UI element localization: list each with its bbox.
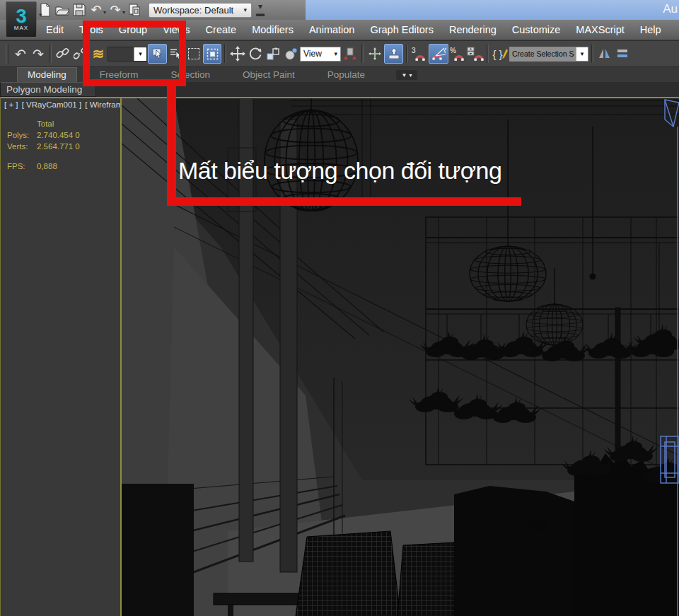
- tab-modeling[interactable]: Modeling: [17, 67, 77, 82]
- unlink-selection-icon[interactable]: [72, 44, 89, 64]
- viewport-label: [ + ] [ VRayCam001 ] [ Wireframe ]: [4, 100, 133, 109]
- application-menu-arrow-icon[interactable]: ▾: [39, 11, 42, 18]
- toolbar-separator: [224, 45, 226, 63]
- select-and-manipulate-icon[interactable]: [366, 44, 383, 64]
- percent-snap-toggle[interactable]: %: [449, 44, 466, 64]
- ribbon-minimize-icon[interactable]: ▼▾: [396, 70, 417, 80]
- viewport-statistics: Total Polys:2.740.454 0 Verts:2.564.771 …: [7, 118, 80, 172]
- menu-create[interactable]: Create: [198, 20, 245, 40]
- quick-access-toolbar: ↶ ▾ ↷ ▾ Workspace: Default ▾ ▾▬: [0, 0, 306, 20]
- reference-coordinate-dropdown[interactable]: View ▾: [300, 47, 341, 62]
- polys-value: 2.740.454 0: [37, 129, 80, 141]
- fps-value: 0,888: [37, 161, 57, 172]
- menu-maxscript[interactable]: MAXScript: [568, 20, 632, 40]
- selection-filter-dropdown[interactable]: ▾: [108, 47, 147, 62]
- toolbar-separator: [591, 45, 593, 63]
- ribbon-panel-row: Polygon Modeling: [0, 82, 679, 97]
- viewport-menu-camera[interactable]: [ VRayCam001 ]: [22, 100, 81, 109]
- select-and-place-icon[interactable]: [282, 44, 299, 64]
- ribbon-tab-bar: Modeling Freeform Selection Object Paint…: [0, 67, 679, 82]
- fps-label: FPS:: [7, 161, 37, 172]
- menu-modifiers[interactable]: Modifiers: [244, 20, 301, 40]
- project-folder-icon[interactable]: [126, 1, 143, 18]
- toolbar-separator: [361, 45, 364, 63]
- window-crossing-toggle[interactable]: [203, 44, 221, 64]
- snaps-toggle-3d-icon[interactable]: 3: [411, 44, 428, 64]
- viewport[interactable]: [ + ] [ VRayCam001 ] [ Wireframe ] Total…: [0, 97, 679, 616]
- svg-text:3: 3: [412, 47, 416, 54]
- toolbar-grip[interactable]: [6, 44, 8, 64]
- undo-dropdown-icon[interactable]: ▾: [103, 9, 106, 16]
- verts-value: 2.564.771 0: [37, 141, 80, 152]
- select-by-name-icon[interactable]: [168, 44, 185, 64]
- menu-customize[interactable]: Customize: [504, 20, 569, 40]
- redo-scene-icon[interactable]: ↷: [30, 44, 47, 64]
- chevron-down-icon: ▾: [334, 50, 337, 57]
- svg-text:%: %: [450, 47, 456, 54]
- application-menu-button[interactable]: 3 MAX: [6, 1, 37, 37]
- menu-rendering[interactable]: Rendering: [441, 20, 504, 40]
- rectangular-selection-region-icon[interactable]: [185, 44, 202, 64]
- 3dsmax-logo: 3: [16, 8, 26, 25]
- menu-edit[interactable]: Edit: [38, 20, 71, 40]
- tab-freeform[interactable]: Freeform: [90, 68, 149, 82]
- menu-animation[interactable]: Animation: [301, 20, 362, 40]
- tab-populate[interactable]: Populate: [318, 68, 375, 82]
- viewport-menu-general[interactable]: [ + ]: [4, 100, 18, 109]
- menu-bar: Edit Tools Group Views Create Modifiers …: [0, 20, 679, 40]
- save-file-icon[interactable]: [71, 1, 88, 18]
- mirror-icon[interactable]: [596, 44, 613, 64]
- select-and-link-icon[interactable]: [54, 44, 71, 64]
- select-and-move-icon[interactable]: [229, 44, 246, 64]
- named-selection-sets-value: Create Selection S: [510, 47, 576, 61]
- polys-label: Polys:: [7, 129, 37, 141]
- open-file-icon[interactable]: [54, 1, 71, 18]
- use-pivot-point-icon[interactable]: [342, 44, 359, 64]
- workspace-dropdown[interactable]: Workspace: Default ▾: [149, 3, 252, 18]
- edit-named-selection-sets-icon[interactable]: { }: [492, 44, 509, 64]
- viewport-canvas[interactable]: [122, 98, 679, 616]
- small-pendant-bulb: [590, 274, 596, 280]
- toolbar-separator: [487, 45, 489, 63]
- undo-scene-icon[interactable]: ↶: [12, 44, 29, 64]
- workspace-label: Workspace: Default: [153, 5, 233, 16]
- align-icon[interactable]: [614, 44, 631, 64]
- select-and-scale-icon[interactable]: [265, 44, 282, 64]
- toolbar-options-icon[interactable]: ▾▬: [256, 3, 265, 17]
- redo-icon[interactable]: ↷: [107, 1, 124, 18]
- keyboard-shortcut-override-toggle[interactable]: [384, 44, 403, 64]
- tab-object-paint[interactable]: Object Paint: [233, 68, 305, 82]
- tab-selection[interactable]: Selection: [161, 68, 221, 82]
- redo-dropdown-icon[interactable]: ▾: [122, 9, 125, 16]
- viewport-active-border-left: [0, 97, 1, 616]
- 3dsmax-window: Au ↶ ▾ ↷ ▾ Workspace: Default ▾ ▾▬ 3 MAX…: [0, 0, 679, 616]
- chevron-down-icon: ▾: [244, 6, 248, 13]
- viewport-split-border: [120, 97, 122, 616]
- angle-snap-toggle[interactable]: [429, 44, 448, 64]
- menu-views[interactable]: Views: [155, 20, 197, 40]
- select-and-rotate-icon[interactable]: [247, 44, 264, 64]
- main-toolbar: ↶ ↷ ≋ ▾: [0, 40, 679, 67]
- named-selection-sets-dropdown[interactable]: Create Selection S ▾: [509, 47, 588, 62]
- menu-graph-editors[interactable]: Graph Editors: [362, 20, 441, 40]
- menu-group[interactable]: Group: [111, 20, 155, 40]
- window-title: Au: [663, 2, 678, 16]
- menu-help[interactable]: Help: [632, 20, 669, 40]
- spinner-snap-toggle[interactable]: [467, 44, 484, 64]
- select-object-button[interactable]: [148, 44, 167, 64]
- reference-coordinate-value: View: [303, 49, 322, 59]
- undo-icon[interactable]: ↶: [88, 1, 105, 18]
- menu-tools[interactable]: Tools: [71, 20, 111, 40]
- bind-to-spacewarp-icon[interactable]: ≋: [90, 44, 107, 64]
- verts-label: Verts:: [7, 141, 37, 152]
- chevron-down-icon[interactable]: ▾: [134, 47, 146, 61]
- viewport-active-border-top: [0, 97, 679, 98]
- toolbar-separator: [406, 45, 408, 63]
- polygon-modeling-panel[interactable]: Polygon Modeling: [0, 82, 96, 97]
- stats-header: Total: [37, 118, 80, 129]
- toolbar-separator: [50, 45, 52, 63]
- chevron-down-icon: ▾: [576, 47, 588, 61]
